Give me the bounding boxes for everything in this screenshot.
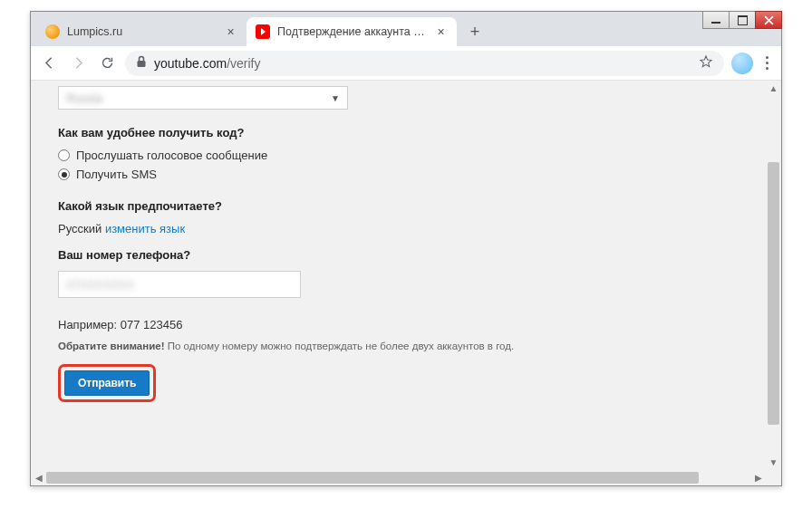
lock-icon: [136, 55, 147, 71]
radio-label: Получить SMS: [76, 168, 157, 181]
svg-rect-0: [138, 61, 146, 67]
radio-icon: [58, 149, 70, 161]
bookmark-star-icon[interactable]: [699, 54, 713, 72]
window-minimize-button[interactable]: [702, 11, 730, 29]
submit-highlight: Отправить: [58, 364, 156, 402]
tab-close-icon[interactable]: ×: [434, 24, 448, 39]
browser-toolbar: youtube.com/verify: [31, 46, 781, 81]
radio-voice-call[interactable]: Прослушать голосовое сообщение: [58, 149, 739, 162]
scroll-right-arrow-icon[interactable]: ▶: [750, 470, 766, 485]
tab-youtube-verify[interactable]: Подтверждение аккаунта - You ×: [246, 17, 457, 46]
change-language-link[interactable]: изменить язык: [105, 222, 185, 235]
browser-menu-button[interactable]: [760, 56, 774, 70]
country-value: Russia: [66, 91, 331, 105]
back-button[interactable]: [38, 53, 60, 74]
horizontal-scrollbar[interactable]: ◀ ▶: [31, 470, 766, 485]
profile-avatar[interactable]: [731, 53, 753, 74]
question-code-delivery: Как вам удобнее получить код?: [58, 126, 739, 139]
radio-icon: [58, 168, 70, 180]
forward-button[interactable]: [67, 53, 89, 74]
scroll-thumb[interactable]: [768, 162, 779, 425]
notice-bold: Обратите внимание!: [58, 341, 164, 351]
tab-title: Lumpics.ru: [67, 25, 217, 38]
vertical-scrollbar[interactable]: ▲ ▼: [766, 81, 781, 470]
tab-strip: Lumpics.ru × Подтверждение аккаунта - Yo…: [31, 12, 781, 46]
radio-label: Прослушать голосовое сообщение: [76, 149, 267, 162]
scroll-up-arrow-icon[interactable]: ▲: [766, 81, 781, 96]
submit-button[interactable]: Отправить: [64, 370, 150, 396]
scroll-left-arrow-icon[interactable]: ◀: [31, 470, 46, 485]
scroll-down-arrow-icon[interactable]: ▼: [766, 455, 781, 470]
radio-sms[interactable]: Получить SMS: [58, 168, 739, 181]
question-phone: Ваш номер телефона?: [58, 248, 739, 262]
notice-rest: По одному номеру можно подтверждать не б…: [164, 341, 514, 351]
favicon-youtube-icon: [256, 24, 270, 39]
window-titlebar-buttons: [703, 11, 782, 31]
question-language: Какой язык предпочитаете?: [58, 199, 739, 213]
scrollbar-corner: [766, 470, 781, 485]
phone-input[interactable]: 07XXXXXXX: [58, 271, 301, 298]
browser-window: Lumpics.ru × Подтверждение аккаунта - Yo…: [30, 11, 782, 486]
phone-value: 07XXXXXXX: [66, 278, 134, 292]
new-tab-button[interactable]: +: [462, 19, 488, 44]
tab-close-icon[interactable]: ×: [224, 24, 237, 39]
window-maximize-button[interactable]: [729, 11, 756, 29]
page-viewport: Russia ▼ Как вам удобнее получить код? П…: [31, 81, 781, 485]
scroll-thumb-horizontal[interactable]: [46, 472, 699, 484]
phone-example: Например: 077 123456: [58, 318, 739, 331]
window-close-button[interactable]: [755, 11, 782, 29]
notice-text: Обратите внимание! По одному номеру можн…: [58, 341, 739, 351]
tab-lumpics[interactable]: Lumpics.ru ×: [36, 17, 246, 46]
reload-button[interactable]: [96, 53, 118, 74]
url-domain: youtube.com/verify: [154, 56, 261, 71]
language-value: Русский: [58, 222, 102, 235]
tab-title: Подтверждение аккаунта - You: [277, 25, 427, 38]
favicon-lumpics-icon: [45, 24, 60, 39]
dropdown-caret-icon: ▼: [331, 93, 340, 103]
country-select[interactable]: Russia ▼: [58, 86, 348, 110]
language-row: Русский изменить язык: [58, 222, 739, 235]
verify-form: Russia ▼ Как вам удобнее получить код? П…: [31, 81, 766, 420]
address-bar[interactable]: youtube.com/verify: [125, 51, 724, 76]
